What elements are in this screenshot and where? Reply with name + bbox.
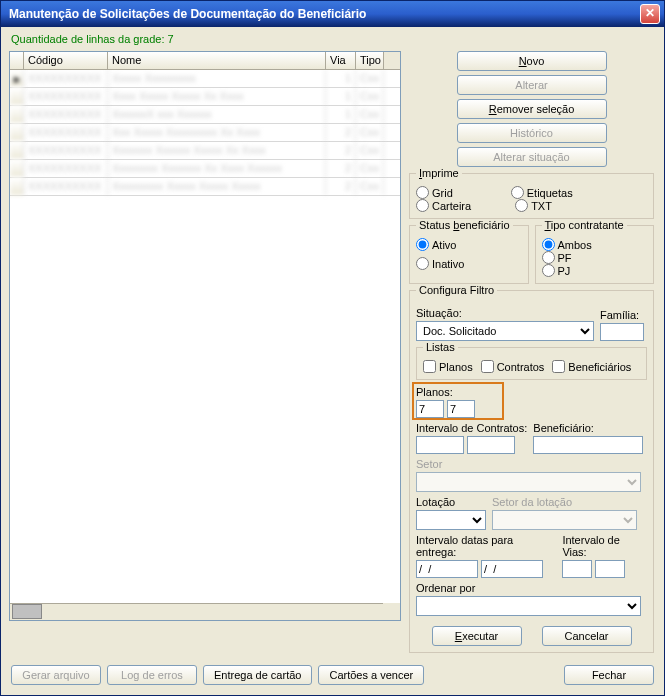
data-from-input[interactable]	[416, 560, 478, 578]
contratos-label: Intervalo de Contratos:	[416, 422, 527, 434]
familia-label: Família:	[600, 309, 644, 321]
cartoes-vencer-button[interactable]: Cartões a vencer	[318, 665, 424, 685]
check-planos[interactable]: Planos	[423, 360, 473, 373]
setor-lotacao-label: Setor da lotação	[492, 496, 637, 508]
data-to-input[interactable]	[481, 560, 543, 578]
familia-input[interactable]	[600, 323, 644, 341]
radio-ativo[interactable]: Ativo	[416, 238, 522, 251]
col-tipo[interactable]: Tipo	[356, 52, 384, 69]
radio-inativo[interactable]: Inativo	[416, 257, 522, 270]
row-count-label: Quantidade de linhas da grade: 7	[1, 27, 664, 51]
alterar-situacao-button: Alterar situação	[457, 147, 607, 167]
table-row[interactable]: XXXXXXXXXXXxx Xxxxx Xxxxxxxxx Xx Xxxx2Cx…	[10, 124, 400, 142]
setor-label: Setor	[416, 458, 647, 470]
col-nome[interactable]: Nome	[108, 52, 326, 69]
tipo-contratante-group: Tipo contratante Ambos PF PJ	[535, 225, 655, 284]
historico-button: Histórico	[457, 123, 607, 143]
radio-pf[interactable]: PF	[542, 251, 648, 264]
cancelar-button[interactable]: Cancelar	[542, 626, 632, 646]
remover-button[interactable]: Remover seleção	[457, 99, 607, 119]
close-icon[interactable]: ✕	[640, 4, 660, 24]
listas-group: Listas Planos Contratos Beneficiários	[416, 347, 647, 380]
radio-etiquetas[interactable]: Etiquetas	[511, 186, 573, 199]
log-erros-button: Log de erros	[107, 665, 197, 685]
vias-label: Intervalo de Vias:	[562, 534, 647, 558]
novo-button[interactable]: Novo	[457, 51, 607, 71]
situacao-label: Situação:	[416, 307, 594, 319]
alterar-button: Alterar	[457, 75, 607, 95]
contratos-to-input[interactable]	[467, 436, 515, 454]
horizontal-scrollbar[interactable]	[10, 603, 383, 620]
planos-to-input[interactable]	[447, 400, 475, 418]
check-beneficiarios[interactable]: Beneficiários	[552, 360, 631, 373]
lotacao-select[interactable]	[416, 510, 486, 530]
planos-label: Planos:	[416, 386, 647, 398]
col-codigo[interactable]: Código	[24, 52, 108, 69]
planos-from-input[interactable]	[416, 400, 444, 418]
vias-to-input[interactable]	[595, 560, 625, 578]
table-row[interactable]: XXXXXXXXXXXxxx Xxxxx Xxxxx Xx Xxxx1Cxx	[10, 88, 400, 106]
configura-filtro-group: Configura Filtro Situação: Doc. Solicita…	[409, 290, 654, 653]
gerar-arquivo-button: Gerar arquivo	[11, 665, 101, 685]
lotacao-label: Lotação	[416, 496, 486, 508]
table-row[interactable]: XXXXXXXXXXXxxxxxX xxx Xxxxxx1Cxx	[10, 106, 400, 124]
table-row[interactable]: XXXXXXXXXXXxxxxxx Xxxxxx Xxxxx Xx Xxxx2C…	[10, 142, 400, 160]
datas-label: Intervalo datas para entrega:	[416, 534, 556, 558]
table-row[interactable]: XXXXXXXXXXXxxxxxxx Xxxxxxx Xx Xxxx Xxxxx…	[10, 160, 400, 178]
setor-lotacao-select	[492, 510, 637, 530]
entrega-cartao-button[interactable]: Entrega de cartão	[203, 665, 312, 685]
check-contratos[interactable]: Contratos	[481, 360, 545, 373]
radio-txt[interactable]: TXT	[515, 199, 552, 212]
title-bar: Manutenção de Solicitações de Documentaç…	[1, 1, 664, 27]
status-group: Status beneficiário Ativo Inativo	[409, 225, 529, 284]
col-via[interactable]: Via	[326, 52, 356, 69]
ordenar-label: Ordenar por	[416, 582, 647, 594]
vias-from-input[interactable]	[562, 560, 592, 578]
radio-carteira[interactable]: Carteira	[416, 199, 471, 212]
grid-header: Código Nome Via Tipo	[10, 52, 400, 70]
setor-select	[416, 472, 641, 492]
radio-grid[interactable]: Grid	[416, 186, 453, 199]
fechar-button[interactable]: Fechar	[564, 665, 654, 685]
radio-pj[interactable]: PJ	[542, 264, 648, 277]
table-row[interactable]: XXXXXXXXXXXxxxxxxxx Xxxxx Xxxxx Xxxxx2Cx…	[10, 178, 400, 196]
beneficiario-label: Beneficiário:	[533, 422, 643, 434]
imprime-group: Imprime Grid Etiquetas Carteira TXT	[409, 173, 654, 219]
situacao-select[interactable]: Doc. Solicitado	[416, 321, 594, 341]
table-row[interactable]: XXXXXXXXXXXxxxx Xxxxxxxxx1Cxx	[10, 70, 400, 88]
data-grid[interactable]: Código Nome Via Tipo XXXXXXXXXXXxxxx Xxx…	[9, 51, 401, 621]
radio-ambos[interactable]: Ambos	[542, 238, 648, 251]
window-title: Manutenção de Solicitações de Documentaç…	[9, 7, 366, 21]
executar-button[interactable]: Executar	[432, 626, 522, 646]
ordenar-select[interactable]	[416, 596, 641, 616]
contratos-from-input[interactable]	[416, 436, 464, 454]
beneficiario-input[interactable]	[533, 436, 643, 454]
